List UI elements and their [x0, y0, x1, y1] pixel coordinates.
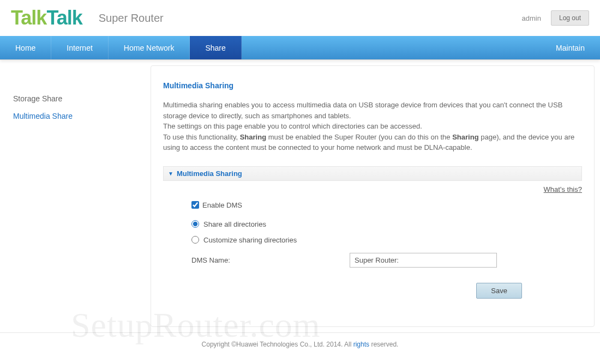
whats-this-link[interactable]: What's this?	[544, 185, 582, 193]
customize-label: Customize sharing directories	[203, 236, 297, 244]
nav-internet[interactable]: Internet	[51, 36, 108, 59]
sidebar: Storage Share Multimedia Share	[3, 65, 151, 327]
desc-bold-1: Sharing	[240, 133, 266, 141]
sidebar-item-multimedia-share[interactable]: Multimedia Share	[13, 107, 151, 125]
main-panel: Multimedia Sharing Multimedia sharing en…	[151, 65, 595, 327]
header: Talk Talk Super Router admin Log out	[0, 0, 600, 36]
footer-rights-link[interactable]: rights	[353, 341, 369, 348]
dms-name-label: DMS Name:	[191, 256, 350, 264]
footer-text-b: reserved.	[369, 341, 398, 348]
nav-maintain[interactable]: Maintain	[541, 36, 600, 59]
desc-line-2: The settings on this page enable you to …	[163, 122, 422, 130]
share-all-radio[interactable]	[191, 220, 199, 228]
collapsible-header[interactable]: ▼ Multimedia Sharing	[163, 166, 582, 181]
dms-name-input[interactable]	[350, 253, 497, 268]
page-title: Multimedia Sharing	[163, 81, 582, 90]
desc-line-3b: must be enabled the Super Router (you ca…	[266, 133, 452, 141]
collapsible-title: Multimedia Sharing	[177, 169, 242, 178]
desc-line-3a: To use this functionality,	[163, 133, 240, 141]
chevron-down-icon: ▼	[168, 171, 173, 177]
nav-home[interactable]: Home	[0, 36, 51, 59]
sidebar-item-storage-share[interactable]: Storage Share	[13, 90, 151, 107]
footer: Copyright ©Huawei Technologies Co., Ltd.…	[0, 332, 600, 356]
main-nav: Home Internet Home Network Share Maintai…	[0, 36, 600, 60]
enable-dms-label: Enable DMS	[202, 201, 242, 209]
logo-text-1: Talk	[11, 7, 46, 29]
nav-share[interactable]: Share	[190, 36, 241, 59]
brand-logo: Talk Talk	[11, 7, 82, 29]
current-user: admin	[522, 14, 541, 22]
desc-line-1: Multimedia sharing enables you to access…	[163, 101, 562, 120]
logout-button[interactable]: Log out	[551, 10, 589, 26]
form-area: Enable DMS Share all directories Customi…	[163, 201, 582, 299]
save-button[interactable]: Save	[476, 283, 522, 299]
share-all-label: Share all directories	[203, 220, 266, 228]
product-name: Super Router	[99, 12, 164, 25]
logo-text-2: Talk	[46, 7, 82, 29]
desc-bold-2: Sharing	[452, 133, 478, 141]
enable-dms-checkbox[interactable]	[191, 201, 199, 209]
nav-home-network[interactable]: Home Network	[109, 36, 190, 59]
customize-radio[interactable]	[191, 236, 199, 244]
description-text: Multimedia sharing enables you to access…	[163, 100, 582, 153]
footer-text-a: Copyright ©Huawei Technologies Co., Ltd.…	[202, 341, 353, 348]
nav-spacer	[242, 36, 541, 59]
